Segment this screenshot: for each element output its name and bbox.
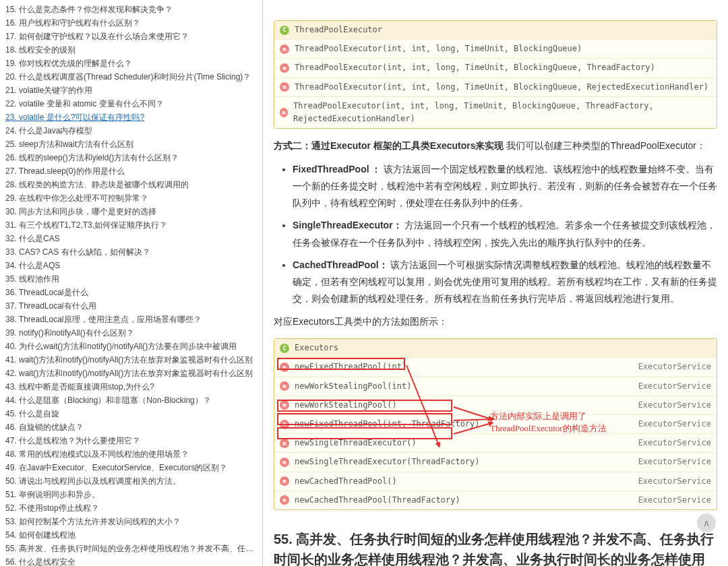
nav-item[interactable]: 16. 用户线程和守护线程有什么区别？ xyxy=(5,16,257,30)
nav-item[interactable]: 37. ThreadLocal有什么用 xyxy=(5,299,257,313)
nav-item[interactable]: 28. 线程类的构造方法、静态块是被哪个线程调用的 xyxy=(5,178,257,191)
nav-item[interactable]: 39. notify()和notifyAll()有什么区别？ xyxy=(5,326,257,340)
nav-item[interactable]: 22. volatile 变量和 atomic 变量有什么不同？ xyxy=(5,97,257,111)
method2-label: 方式二：通过Executor 框架的工具类Executors来实现 xyxy=(274,140,504,151)
pool-item: SingleThreadExecutor： 方法返回一个只有一个线程的线程池。若… xyxy=(293,217,717,251)
method-signature: ThreadPoolExecutor(int, int, long, TimeU… xyxy=(295,61,655,74)
method-icon: m xyxy=(280,363,289,372)
method-icon: m xyxy=(280,458,289,467)
method-icon: m xyxy=(280,381,289,391)
question-55-heading: 55. 高并发、任务执行时间短的业务怎样使用线程池？并发不高、任务执行时间长的业… xyxy=(274,529,717,566)
constructor-row: mThreadPoolExecutor(int, int, long, Time… xyxy=(274,97,717,128)
method-icon: m xyxy=(280,439,289,448)
return-type: ExecutorService xyxy=(638,494,711,507)
method-icon: m xyxy=(280,63,289,73)
method-signature: newFixedThreadPool(int) xyxy=(295,360,406,373)
nav-item[interactable]: 55. 高并发、任务执行时间短的业务怎样使用线程池？并发不高、任务执行时间长的业… xyxy=(5,542,257,555)
method-icon: m xyxy=(280,495,289,505)
nav-item[interactable]: 47. 什么是线程池？为什么要使用它？ xyxy=(5,434,257,447)
pool-name: SingleThreadExecutor： xyxy=(293,220,402,230)
return-type: ExecutorService xyxy=(638,418,711,431)
nav-item[interactable]: 17. 如何创建守护线程？以及在什么场合来使用它？ xyxy=(5,30,257,43)
method-icon: m xyxy=(280,420,289,429)
nav-item[interactable]: 21. volatile关键字的作用 xyxy=(5,84,257,97)
method-icon: m xyxy=(280,400,289,410)
class-name: Executors xyxy=(295,342,338,354)
nav-item[interactable]: 25. sleep方法和wait方法有什么区别 xyxy=(5,137,257,151)
nav-item[interactable]: 30. 同步方法和同步块，哪个是更好的选择 xyxy=(5,205,257,218)
nav-item[interactable]: 44. 什么是阻塞（Blocking）和非阻塞（Non-Blocking）？ xyxy=(5,394,257,407)
scroll-top-button[interactable]: ∧ xyxy=(697,513,716,532)
nav-item[interactable]: 45. 什么是自旋 xyxy=(5,407,257,420)
nav-item[interactable]: 54. 如何创建线程池 xyxy=(5,528,257,542)
nav-item[interactable]: 50. 请说出与线程同步以及线程调度相关的方法。 xyxy=(5,474,257,488)
method-row: mnewCachedThreadPool()ExecutorService xyxy=(274,472,717,491)
class-name: ThreadPoolExecutor xyxy=(295,24,382,36)
method-icon: m xyxy=(280,476,289,486)
nav-item[interactable]: 23. volatile 是什么?可以保证有序性吗? xyxy=(5,111,257,124)
constructor-row: mThreadPoolExecutor(int, int, long, Time… xyxy=(274,40,717,59)
method-signature: newWorkStealingPool(int) xyxy=(295,380,411,393)
constructor-row: mThreadPoolExecutor(int, int, long, Time… xyxy=(274,78,717,97)
content-pane[interactable]: C ThreadPoolExecutor mThreadPoolExecutor… xyxy=(263,0,728,566)
nav-item[interactable]: 18. 线程安全的级别 xyxy=(5,43,257,57)
class-icon: C xyxy=(280,344,289,353)
nav-item[interactable]: 43. 线程中断是否能直接调用stop,为什么? xyxy=(5,380,257,394)
nav-item[interactable]: 49. 在Java中Executor、ExecutorService、Execu… xyxy=(5,461,257,474)
method-icon: m xyxy=(280,44,289,54)
nav-item[interactable]: 20. 什么是线程调度器(Thread Scheduler)和时间分片(Time… xyxy=(5,70,257,84)
method-icon: m xyxy=(280,82,289,92)
nav-item[interactable]: 41. wait()方法和notify()/notifyAll()方法在放弃对象… xyxy=(5,353,257,367)
return-type: ExecutorService xyxy=(638,399,711,412)
nav-item[interactable]: 33. CAS? CAS 有什么缺陷，如何解决？ xyxy=(5,245,257,259)
nav-item[interactable]: 29. 在线程中你怎么处理不可控制异常？ xyxy=(5,191,257,205)
nav-item[interactable]: 46. 自旋锁的优缺点？ xyxy=(5,420,257,434)
nav-item[interactable]: 24. 什么是Java内存模型 xyxy=(5,124,257,137)
nav-item[interactable]: 38. ThreadLocal原理，使用注意点，应用场景有哪些？ xyxy=(5,313,257,326)
table-header: C Executors xyxy=(274,339,717,358)
method-row: mnewSingleThreadExecutor(ThreadFactory)E… xyxy=(274,453,717,472)
method-signature: ThreadPoolExecutor(int, int, long, TimeU… xyxy=(293,100,711,125)
nav-item[interactable]: 31. 有三个线程T1,T2,T3,如何保证顺序执行？ xyxy=(5,218,257,232)
pool-item: FixedThreadPool ： 该方法返回一个固定线程数量的线程池。该线程池… xyxy=(293,161,717,212)
nav-outline[interactable]: 15. 什么是竞态条件？你怎样发现和解决竞争？16. 用户线程和守护线程有什么区… xyxy=(0,0,263,566)
nav-item[interactable]: 34. 什么是AQS xyxy=(5,259,257,272)
method-row: mnewSingleThreadExecutor()ExecutorServic… xyxy=(274,434,717,453)
method-signature: newWorkStealingPool() xyxy=(295,399,397,412)
nav-item[interactable]: 53. 如何控制某个方法允许并发访问线程的大小？ xyxy=(5,515,257,528)
method-signature: newFixedThreadPool(int, ThreadFactory) xyxy=(295,418,480,431)
threadpool-executor-constructors: C ThreadPoolExecutor mThreadPoolExecutor… xyxy=(274,20,717,129)
nav-item[interactable]: 48. 常用的线程池模式以及不同线程池的使用场景？ xyxy=(5,447,257,461)
method-signature: newCachedThreadPool() xyxy=(295,475,397,488)
method-signature: newCachedThreadPool(ThreadFactory) xyxy=(295,494,460,507)
method-signature: newSingleThreadExecutor(ThreadFactory) xyxy=(295,455,480,468)
nav-item[interactable]: 27. Thread.sleep(0)的作用是什么 xyxy=(5,164,257,178)
nav-item[interactable]: 35. 线程池作用 xyxy=(5,272,257,286)
nav-item[interactable]: 42. wait()方法和notify()/notifyAll()方法在放弃对象… xyxy=(5,367,257,380)
method-row: mnewFixedThreadPool(int)ExecutorService xyxy=(274,358,717,377)
nav-item[interactable]: 19. 你对线程优先级的理解是什么？ xyxy=(5,57,257,70)
return-type: ExecutorService xyxy=(638,455,711,468)
nav-item[interactable]: 56. 什么是线程安全 xyxy=(5,555,257,566)
constructor-row: mThreadPoolExecutor(int, int, long, Time… xyxy=(274,59,717,77)
nav-item[interactable]: 52. 不使用stop停止线程？ xyxy=(5,501,257,515)
nav-item[interactable]: 15. 什么是竞态条件？你怎样发现和解决竞争？ xyxy=(5,3,257,16)
return-type: ExecutorService xyxy=(638,475,711,488)
nav-item[interactable]: 40. 为什么wait()方法和notify()/notifyAll()方法要在… xyxy=(5,340,257,353)
return-type: ExecutorService xyxy=(638,437,711,449)
nav-item[interactable]: 26. 线程的sleep()方法和yield()方法有什么区别？ xyxy=(5,151,257,164)
method-icon: m xyxy=(280,108,288,117)
method-row: mnewCachedThreadPool(ThreadFactory)Execu… xyxy=(274,491,717,509)
class-icon: C xyxy=(280,26,289,35)
nav-item[interactable]: 51. 举例说明同步和异步。 xyxy=(5,488,257,501)
method-row: mnewWorkStealingPool(int)ExecutorService xyxy=(274,377,717,396)
nav-item[interactable]: 36. ThreadLocal是什么 xyxy=(5,286,257,299)
nav-item[interactable]: 32. 什么是CAS xyxy=(5,232,257,245)
pool-name: FixedThreadPool ： xyxy=(293,164,381,175)
table-header: C ThreadPoolExecutor xyxy=(274,21,717,40)
method-signature: ThreadPoolExecutor(int, int, long, TimeU… xyxy=(295,81,708,94)
method-signature: ThreadPoolExecutor(int, int, long, TimeU… xyxy=(295,42,582,55)
annotation-note: 方法内部实际上是调用了 ThreadPoolExecutor的构造方法 xyxy=(490,410,607,435)
fig2-caption: 对应Executors工具类中的方法如图所示： xyxy=(274,314,717,330)
pool-types-list: FixedThreadPool ： 该方法返回一个固定线程数量的线程池。该线程池… xyxy=(293,161,717,308)
